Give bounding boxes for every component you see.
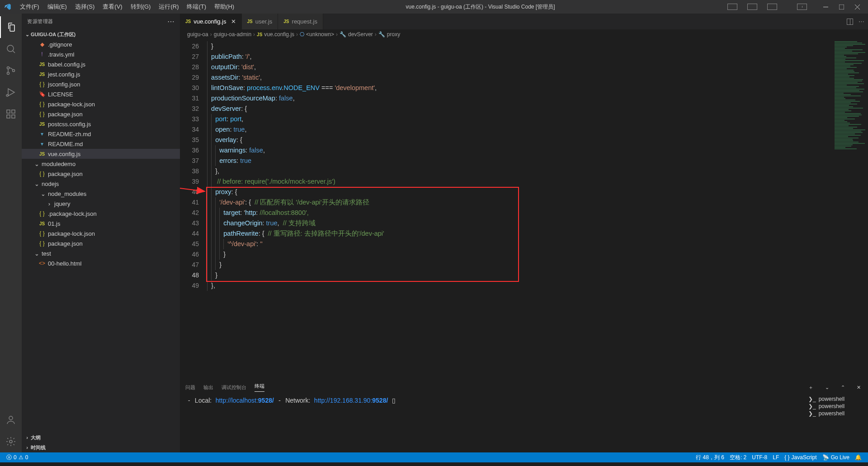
file-item[interactable]: { }.package-lock.json bbox=[22, 209, 180, 219]
run-debug-icon[interactable] bbox=[0, 81, 22, 103]
search-icon[interactable] bbox=[0, 38, 22, 60]
split-editor-icon[interactable] bbox=[847, 19, 853, 25]
file-item[interactable]: <>00-hello.html bbox=[22, 258, 180, 268]
file-label: babel.config.js bbox=[48, 61, 85, 68]
svg-point-11 bbox=[9, 416, 13, 420]
toggle-panel-icon[interactable] bbox=[743, 2, 762, 12]
panel-tab-output[interactable]: 输出 bbox=[203, 384, 213, 391]
status-spaces[interactable]: 空格: 2 bbox=[727, 454, 749, 461]
close-tab-icon[interactable]: ✕ bbox=[231, 18, 236, 25]
timeline-section[interactable]: ›时间线 bbox=[22, 442, 180, 452]
file-item[interactable]: JSpostcss.config.js bbox=[22, 119, 180, 129]
terminal-output[interactable]: - Local: http://localhost:9528/ - Networ… bbox=[180, 394, 805, 452]
tab-label: user.js bbox=[255, 18, 273, 25]
file-item[interactable]: JSbabel.config.js bbox=[22, 59, 180, 69]
status-errors[interactable]: ⓧ0⚠0 bbox=[4, 454, 31, 461]
editor-tab[interactable]: JSuser.js bbox=[242, 14, 278, 29]
customize-layout-icon[interactable] bbox=[793, 2, 811, 12]
file-label: vue.config.js bbox=[48, 151, 80, 157]
minimap[interactable] bbox=[827, 39, 868, 380]
settings-gear-icon[interactable] bbox=[0, 431, 22, 452]
folder-item[interactable]: ⌄node_modules bbox=[22, 189, 180, 199]
menu-edit[interactable]: 编辑(E) bbox=[44, 1, 71, 13]
toggle-sidebar-icon[interactable] bbox=[723, 2, 742, 12]
close-button[interactable] bbox=[850, 3, 864, 11]
menu-view[interactable]: 查看(V) bbox=[99, 1, 126, 13]
menu-go[interactable]: 转到(G) bbox=[127, 1, 155, 13]
file-label: package.json bbox=[48, 111, 83, 118]
maximize-panel-icon[interactable]: ⌃ bbox=[839, 385, 847, 390]
outline-section[interactable]: ›大纲 bbox=[22, 433, 180, 442]
folder-item[interactable]: ⌄nodejs bbox=[22, 179, 180, 189]
status-language[interactable]: { }JavaScript bbox=[782, 454, 819, 461]
file-item[interactable]: { }package-lock.json bbox=[22, 99, 180, 109]
breadcrumb[interactable]: guigu-oa› guigu-oa-admin› JSvue.config.j… bbox=[180, 29, 868, 39]
file-item[interactable]: ▾README.md bbox=[22, 139, 180, 149]
status-notifications[interactable]: 🔔 bbox=[852, 454, 864, 461]
file-item[interactable]: { }package.json bbox=[22, 238, 180, 248]
menu-terminal[interactable]: 终端(T) bbox=[183, 1, 210, 13]
folder-item[interactable]: ⌄test bbox=[22, 248, 180, 258]
panel-tab-terminal[interactable]: 终端 bbox=[255, 383, 264, 392]
status-golive[interactable]: 📡Go Live bbox=[820, 454, 852, 461]
svg-point-5 bbox=[13, 70, 15, 72]
file-type-icon: JS bbox=[38, 72, 46, 77]
file-label: package-lock.json bbox=[48, 230, 95, 237]
editor-tabs: JSvue.config.js✕JSuser.jsJSrequest.js ⋯ bbox=[180, 14, 868, 29]
status-eol[interactable]: LF bbox=[770, 454, 782, 461]
file-item[interactable]: { }package.json bbox=[22, 169, 180, 179]
editor-more-icon[interactable]: ⋯ bbox=[859, 18, 864, 25]
workspace-name: GUIGU-OA (工作区) bbox=[31, 31, 75, 38]
explorer-more-icon[interactable]: ⋯ bbox=[167, 17, 175, 26]
source-control-icon[interactable] bbox=[0, 60, 22, 81]
warning-icon: ⚠ bbox=[19, 454, 24, 461]
file-item[interactable]: { }jsconfig.json bbox=[22, 79, 180, 89]
menu-file[interactable]: 文件(F) bbox=[16, 1, 43, 13]
terminal-item[interactable]: ❯_powershell bbox=[808, 410, 864, 417]
explorer-icon[interactable] bbox=[0, 16, 22, 38]
menu-bar: 文件(F) 编辑(E) 选择(S) 查看(V) 转到(G) 运行(R) 终端(T… bbox=[16, 1, 238, 13]
close-panel-icon[interactable]: ✕ bbox=[855, 385, 863, 390]
terminal-icon: ❯_ bbox=[808, 403, 816, 409]
terminal-item[interactable]: ❯_powershell bbox=[808, 403, 864, 409]
file-item[interactable]: ◆.gitignore bbox=[22, 39, 180, 49]
menu-help[interactable]: 帮助(H) bbox=[211, 1, 238, 13]
file-item[interactable]: ▾README-zh.md bbox=[22, 129, 180, 139]
code-editor[interactable]: 2627282930313233343536373839404142434445… bbox=[180, 39, 868, 380]
new-terminal-icon[interactable]: ＋ bbox=[807, 384, 815, 391]
file-item[interactable]: JS01.js bbox=[22, 219, 180, 228]
window-title: vue.config.js - guigu-oa (工作区) - Visual … bbox=[238, 3, 723, 11]
file-item[interactable]: JSjest.config.js bbox=[22, 69, 180, 79]
terminal-item[interactable]: ❯_powershell bbox=[808, 396, 864, 402]
svg-point-12 bbox=[9, 440, 12, 443]
minimize-button[interactable] bbox=[819, 3, 833, 11]
file-label: .gitignore bbox=[48, 41, 72, 48]
file-item[interactable]: JSvue.config.js bbox=[22, 149, 180, 159]
file-tree[interactable]: ◆.gitignore!.travis.ymlJSbabel.config.js… bbox=[22, 39, 180, 433]
file-item[interactable]: { }package-lock.json bbox=[22, 228, 180, 238]
folder-item[interactable]: ›jquery bbox=[22, 199, 180, 209]
svg-point-4 bbox=[7, 72, 9, 75]
chevron-icon: ⌄ bbox=[32, 181, 42, 187]
status-line-col[interactable]: 行 48，列 6 bbox=[693, 454, 727, 461]
editor-tab[interactable]: JSvue.config.js✕ bbox=[180, 14, 242, 29]
file-label: LICENSE bbox=[48, 91, 73, 98]
file-item[interactable]: { }package.json bbox=[22, 109, 180, 119]
panel-tab-problems[interactable]: 问题 bbox=[185, 384, 195, 391]
file-item[interactable]: 🔖LICENSE bbox=[22, 89, 180, 99]
file-type-icon: { } bbox=[38, 210, 46, 217]
file-item[interactable]: !.travis.yml bbox=[22, 49, 180, 59]
menu-run[interactable]: 运行(R) bbox=[155, 1, 182, 13]
workspace-header[interactable]: ⌄GUIGU-OA (工作区) bbox=[22, 29, 180, 39]
extensions-icon[interactable] bbox=[0, 103, 22, 125]
editor-tab[interactable]: JSrequest.js bbox=[278, 14, 323, 29]
menu-select[interactable]: 选择(S) bbox=[71, 1, 98, 13]
status-encoding[interactable]: UTF-8 bbox=[749, 454, 770, 461]
accounts-icon[interactable] bbox=[0, 409, 22, 431]
toggle-secondary-sidebar-icon[interactable] bbox=[763, 2, 782, 12]
maximize-button[interactable] bbox=[835, 3, 849, 11]
file-type-icon: { } bbox=[38, 240, 46, 247]
folder-item[interactable]: ⌄moduledemo bbox=[22, 159, 180, 169]
terminal-dropdown-icon[interactable]: ⌄ bbox=[823, 385, 831, 390]
panel-tab-debug[interactable]: 调试控制台 bbox=[222, 384, 246, 391]
